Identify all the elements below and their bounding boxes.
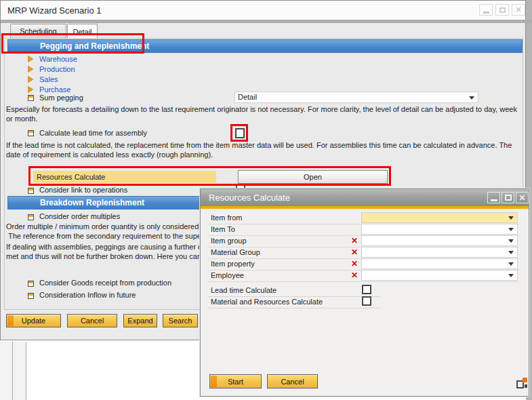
maximize-icon xyxy=(499,7,506,13)
expand-button[interactable]: Expand xyxy=(123,314,157,327)
goods-receipt-checkbox[interactable] xyxy=(28,281,34,287)
sum-pegging-value: Detail xyxy=(235,92,478,101)
expand-arrow-icon[interactable] xyxy=(28,66,33,73)
screen: MRP Wizard Scenario 1 ✕ Scheduling Detai… xyxy=(0,0,532,400)
window-titlebar[interactable]: MRP Wizard Scenario 1 ✕ xyxy=(1,1,525,20)
expand-arrow-icon[interactable] xyxy=(28,76,33,83)
resize-grip-icon[interactable] xyxy=(516,377,528,388)
sum-pegging-help-text: Especially for forecasts a detailing dow… xyxy=(6,104,520,123)
dialog-minimize-button[interactable] xyxy=(487,192,500,203)
material-resources-calculate-checkbox[interactable] xyxy=(362,296,371,306)
minimize-icon xyxy=(491,199,497,201)
field-row-material-group: Material Group ✕ xyxy=(207,247,519,259)
sum-pegging-checkbox[interactable] xyxy=(28,95,34,101)
lead-time-calculate-checkbox[interactable] xyxy=(362,285,371,294)
material-group-label: Material Group xyxy=(211,248,260,256)
annotation-pegging-header xyxy=(1,33,144,54)
expand-arrow-icon[interactable] xyxy=(28,56,33,62)
close-button[interactable]: ✕ xyxy=(512,4,525,16)
field-row-employee: Employee ✕ xyxy=(207,270,519,282)
dialog-accent-line xyxy=(201,206,529,209)
item-to-dropdown[interactable] xyxy=(361,224,518,235)
maximize-icon xyxy=(505,195,512,201)
expand-button-label: Expand xyxy=(127,317,152,325)
dialog-title: Resources Calculate xyxy=(209,193,290,203)
update-button-label: Update xyxy=(22,317,45,325)
lead-time-label: Calculate lead time for assembly xyxy=(39,129,147,137)
search-button[interactable]: Search xyxy=(163,314,198,327)
field-row-item-to: Item To xyxy=(207,224,519,236)
dialog-titlebar[interactable]: Resources Calculate ✕ xyxy=(201,189,529,206)
cancel-button[interactable]: Cancel xyxy=(67,314,117,327)
field-row-material-resources-calculate: Material and Resources Calculate xyxy=(207,296,380,308)
close-icon: ✕ xyxy=(515,6,521,14)
required-x-icon: ✕ xyxy=(351,271,358,280)
lead-time-bullet-checkbox[interactable] xyxy=(28,130,34,136)
lead-time-calculate-label: Lead time Calculate xyxy=(211,286,277,294)
assemblies-help-line2: met and thus will not be further broken … xyxy=(6,252,207,260)
minimize-button[interactable] xyxy=(479,4,493,16)
order-multiples-bullet-checkbox[interactable] xyxy=(28,214,34,220)
sum-pegging-label: Sum pegging xyxy=(39,94,83,102)
sum-pegging-dropdown[interactable]: Detail xyxy=(234,92,478,103)
field-row-item-group: Item group ✕ xyxy=(207,235,519,247)
item-property-dropdown[interactable] xyxy=(361,258,518,269)
consider-link-bullet-checkbox[interactable] xyxy=(28,188,34,194)
dialog-close-button[interactable]: ✕ xyxy=(516,192,529,203)
window-title: MRP Wizard Scenario 1 xyxy=(7,5,101,16)
lead-time-help-text: If the lead time is not calculated, the … xyxy=(6,140,516,159)
item-from-label: Item from xyxy=(211,214,242,222)
annotation-leadtime-checkbox xyxy=(230,124,248,142)
goods-receipt-label: Consider Goods receipt from production xyxy=(39,279,171,287)
expand-arrow-icon[interactable] xyxy=(28,86,33,93)
resources-calculate-dialog: Resources Calculate ✕ Item from Item To … xyxy=(200,188,529,397)
required-x-icon: ✕ xyxy=(351,247,358,257)
search-button-label: Search xyxy=(169,317,192,325)
material-resources-calculate-label: Material and Resources Calculate xyxy=(211,298,323,306)
update-button[interactable]: Update xyxy=(6,314,61,327)
close-icon: ✕ xyxy=(518,194,525,202)
item-group-label: Item group xyxy=(211,237,247,245)
required-x-icon: ✕ xyxy=(351,259,358,268)
annotation-resources-row xyxy=(28,166,391,186)
item-group-dropdown[interactable] xyxy=(361,235,518,246)
titlebar-separator xyxy=(1,20,532,23)
required-x-icon: ✕ xyxy=(351,236,358,245)
material-group-dropdown[interactable] xyxy=(361,247,518,258)
start-button[interactable]: Start xyxy=(209,374,262,388)
minimize-icon xyxy=(483,12,489,14)
dialog-maximize-button[interactable] xyxy=(502,192,514,203)
breakdown-header-label: Breakdown Replenishment xyxy=(40,198,144,207)
order-multiples-help-line2: The reference from the secondary require… xyxy=(8,232,208,240)
item-to-label: Item To xyxy=(211,225,235,233)
background-left-column-1 xyxy=(0,342,13,400)
tree-item-purchase[interactable]: Purchase xyxy=(39,85,70,94)
maximize-button[interactable] xyxy=(495,4,509,16)
item-property-label: Item property xyxy=(211,260,255,268)
inflow-future-checkbox[interactable] xyxy=(28,293,34,299)
background-left-column-2 xyxy=(13,342,26,400)
field-row-item-from: Item from xyxy=(207,212,519,224)
cancel-button-label: Cancel xyxy=(81,317,104,325)
order-multiples-help-line1: Order multiple / minimum order quantity … xyxy=(6,222,205,231)
employee-dropdown[interactable] xyxy=(361,270,518,281)
tree-item-warehouse[interactable]: Warehouse xyxy=(39,55,77,63)
item-from-dropdown[interactable] xyxy=(361,212,518,223)
field-row-lead-time-calculate: Lead time Calculate xyxy=(207,285,380,297)
consider-link-label: Consider link to operations xyxy=(39,186,127,194)
tree-item-sales[interactable]: Sales xyxy=(39,75,58,83)
inflow-future-label: Consideration Inflow in future xyxy=(39,291,136,299)
start-button-label: Start xyxy=(228,378,243,386)
order-multiples-label: Consider order multiples xyxy=(39,212,120,220)
assemblies-help-line1: If dealing with assemblies, peggings are… xyxy=(6,243,206,251)
tree-item-production[interactable]: Production xyxy=(39,65,75,73)
dialog-cancel-button[interactable]: Cancel xyxy=(267,374,318,388)
dialog-cancel-button-label: Cancel xyxy=(281,378,304,386)
employee-label: Employee xyxy=(211,271,244,279)
field-row-item-property: Item property ✕ xyxy=(207,258,519,271)
